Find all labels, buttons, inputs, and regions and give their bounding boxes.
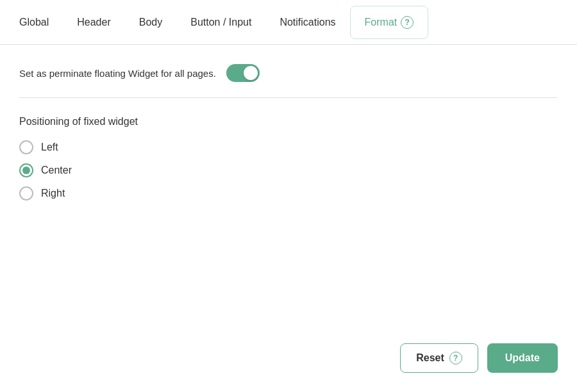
tab-header[interactable]: Header [63,0,124,45]
position-radio-group: Left Center Right [19,140,558,200]
section-divider [19,97,558,98]
toggle-row: Set as perminate floating Widget for all… [19,64,558,82]
radio-label-left: Left [41,142,58,153]
reset-label: Reset [416,352,444,364]
tab-format[interactable]: Format ? [350,6,429,39]
toggle-thumb [244,66,258,80]
content-area: Set as perminate floating Widget for all… [0,45,577,343]
page-container: Global Header Body Button / Input Notifi… [0,0,577,392]
positioning-label: Positioning of fixed widget [19,116,558,127]
radio-circle-right [19,186,33,200]
update-label: Update [505,352,540,363]
radio-circle-left [19,140,33,154]
radio-label-center: Center [41,165,72,176]
reset-button[interactable]: Reset ? [400,343,478,373]
toggle-track [226,64,260,82]
format-help-icon[interactable]: ? [401,16,414,29]
toggle-label: Set as perminate floating Widget for all… [19,68,216,79]
positioning-section: Positioning of fixed widget Left Center … [19,116,558,200]
tab-global[interactable]: Global [19,0,63,45]
footer-buttons: Reset ? Update [0,343,577,392]
radio-circle-center [19,163,33,177]
radio-label-right: Right [41,188,65,199]
update-button[interactable]: Update [487,343,558,373]
tab-notifications[interactable]: Notifications [265,0,349,45]
reset-help-icon[interactable]: ? [449,352,462,364]
radio-item-right[interactable]: Right [19,186,558,200]
radio-item-left[interactable]: Left [19,140,558,154]
radio-item-center[interactable]: Center [19,163,558,177]
tab-body[interactable]: Body [125,0,176,45]
tab-button-input[interactable]: Button / Input [176,0,265,45]
permanent-widget-toggle[interactable] [226,64,260,82]
tabs-bar: Global Header Body Button / Input Notifi… [0,0,577,45]
